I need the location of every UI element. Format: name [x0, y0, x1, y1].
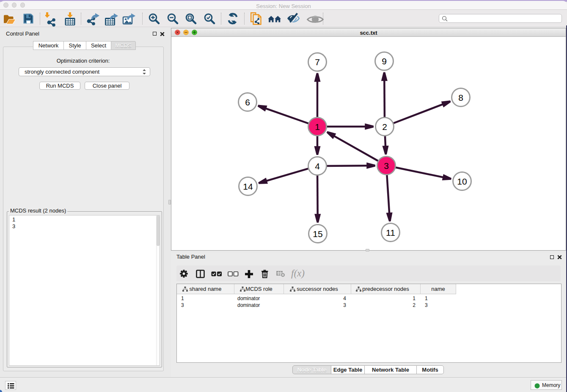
svg-text:6: 6	[245, 97, 250, 107]
svg-text:3: 3	[384, 161, 389, 171]
svg-text:14: 14	[243, 182, 253, 191]
svg-text:10: 10	[457, 177, 467, 186]
svg-text:15: 15	[313, 229, 322, 239]
svg-text:7: 7	[315, 57, 320, 67]
svg-text:11: 11	[386, 228, 395, 237]
svg-text:9: 9	[382, 56, 387, 66]
svg-text:1: 1	[315, 122, 320, 132]
svg-text:8: 8	[458, 93, 463, 102]
svg-text:4: 4	[315, 161, 320, 171]
svg-text:2: 2	[382, 122, 387, 132]
